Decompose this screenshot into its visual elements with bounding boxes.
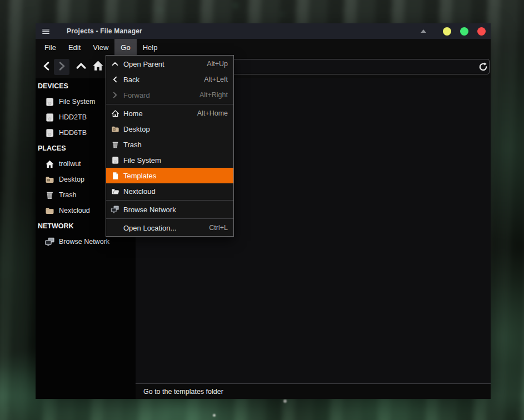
file-manager-window: Projects - File Manager File Edit View G… xyxy=(36,23,491,399)
go-menu-item-forward[interactable]: Forward Alt+Right xyxy=(106,87,233,103)
menu-item-label: Browse Network xyxy=(123,206,221,214)
menu-go[interactable]: Go xyxy=(114,39,136,56)
menu-file[interactable]: File xyxy=(38,39,62,56)
menu-help[interactable]: Help xyxy=(137,39,164,56)
forward-button[interactable] xyxy=(54,59,69,75)
go-menu-item-browse-network[interactable]: Browse Network xyxy=(106,202,233,217)
drive-icon xyxy=(111,156,119,164)
sidebar-item-label: Trash xyxy=(59,191,77,199)
chevron-right-icon xyxy=(111,91,119,99)
folder-open-icon xyxy=(111,187,119,196)
menu-separator xyxy=(106,104,233,104)
menu-item-accel: Alt+Up xyxy=(207,60,228,68)
menu-item-label: Forward xyxy=(123,91,193,99)
go-menu-item-open-parent[interactable]: Open Parent Alt+Up xyxy=(106,56,233,72)
chevron-up-icon xyxy=(111,59,119,68)
network-icon xyxy=(111,205,119,214)
menu-item-label: Open Parent xyxy=(123,60,200,68)
drive-icon xyxy=(44,128,55,138)
sidebar-item-label: HDD2TB xyxy=(59,113,87,121)
go-menu-item-trash[interactable]: Trash xyxy=(106,137,233,152)
back-button[interactable] xyxy=(39,59,54,75)
home-icon xyxy=(44,159,55,169)
go-menu-item-open-location[interactable]: Open Location... Ctrl+L xyxy=(106,220,233,236)
toolbar xyxy=(36,56,491,78)
menu-item-accel: Alt+Home xyxy=(197,109,228,117)
menu-edit[interactable]: Edit xyxy=(62,39,87,56)
chevron-up-icon xyxy=(76,61,87,74)
reload-icon xyxy=(478,64,488,74)
sidebar-item-label: Desktop xyxy=(59,176,84,183)
statusbar: Go to the templates folder xyxy=(136,383,491,399)
go-menu-item-file-system[interactable]: File System xyxy=(106,152,233,168)
hamburger-menu-icon[interactable] xyxy=(42,29,49,34)
menu-item-label: File System xyxy=(123,156,221,164)
sidebar-item-label: trollwut xyxy=(59,160,81,168)
sidebar-item-label: Browse Network xyxy=(59,238,109,246)
chevron-left-icon xyxy=(111,75,119,84)
sidebar-item-label: HDD6TB xyxy=(59,129,87,137)
menu-item-spacer xyxy=(111,223,119,232)
network-icon xyxy=(44,237,55,247)
menu-item-accel: Alt+Right xyxy=(199,91,228,99)
menu-item-accel: Alt+Left xyxy=(204,76,228,83)
trash-icon xyxy=(111,140,119,149)
home-icon xyxy=(92,60,104,74)
menubar: File Edit View Go Help xyxy=(36,39,491,56)
bokeh-light xyxy=(213,414,216,417)
shade-triangle-icon[interactable] xyxy=(421,29,426,33)
reload-button[interactable] xyxy=(478,62,488,72)
menu-item-label: Desktop xyxy=(123,125,221,133)
desktop-folder-icon xyxy=(111,124,119,133)
trash-icon xyxy=(44,190,55,201)
window-title: Projects - File Manager xyxy=(67,27,142,35)
menu-item-label: Open Location... xyxy=(123,224,202,232)
go-menu-item-back[interactable]: Back Alt+Left xyxy=(106,72,233,87)
home-button[interactable] xyxy=(90,59,106,75)
drive-icon xyxy=(44,112,55,123)
drive-icon xyxy=(44,97,55,107)
desktop-folder-icon xyxy=(44,174,55,185)
maximize-button[interactable] xyxy=(460,27,468,36)
titlebar: Projects - File Manager xyxy=(36,23,491,39)
minimize-button[interactable] xyxy=(443,27,451,36)
menu-item-label: Back xyxy=(123,76,197,84)
menu-item-label: Home xyxy=(123,109,191,118)
menu-item-label: Trash xyxy=(123,141,221,149)
go-menu-item-home[interactable]: Home Alt+Home xyxy=(106,106,233,121)
statusbar-text: Go to the templates folder xyxy=(143,388,223,396)
go-menu-item-nextcloud[interactable]: Nextcloud xyxy=(106,183,233,199)
go-menu-item-desktop[interactable]: Desktop xyxy=(106,121,233,137)
home-icon xyxy=(111,109,119,118)
go-menu-popup: Open Parent Alt+Up Back Alt+Left Forward… xyxy=(106,55,234,237)
chevron-right-icon xyxy=(57,61,67,73)
window-content: DEVICES File System HDD2TB xyxy=(36,78,491,399)
desktop: Projects - File Manager File Edit View G… xyxy=(0,0,524,420)
menu-separator xyxy=(106,218,233,219)
up-button[interactable] xyxy=(73,59,89,75)
menu-item-label: Nextcloud xyxy=(123,187,221,196)
document-icon xyxy=(111,171,119,180)
bokeh-light xyxy=(283,399,287,403)
menu-separator xyxy=(106,200,233,201)
window-controls xyxy=(421,23,486,39)
menu-view[interactable]: View xyxy=(87,39,114,56)
menu-item-label: Templates xyxy=(123,172,221,180)
menu-item-accel: Ctrl+L xyxy=(209,224,228,232)
folder-icon xyxy=(44,206,55,216)
close-button[interactable] xyxy=(477,27,486,36)
go-menu-item-templates[interactable]: Templates xyxy=(106,168,233,183)
sidebar-item-label: Nextcloud xyxy=(59,207,90,214)
sidebar-item-label: File System xyxy=(59,98,95,106)
chevron-left-icon xyxy=(42,61,52,73)
